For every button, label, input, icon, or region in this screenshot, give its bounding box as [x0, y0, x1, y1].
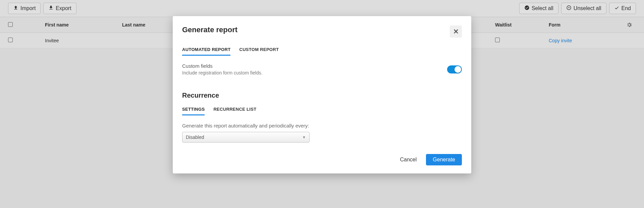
- report-type-tabs: AUTOMATED REPORT CUSTOM REPORT: [182, 47, 462, 56]
- modal-overlay: Generate report ✕ AUTOMATED REPORT CUSTO…: [0, 0, 644, 208]
- modal-header: Generate report ✕: [182, 25, 462, 38]
- cancel-button[interactable]: Cancel: [400, 157, 417, 163]
- close-icon: ✕: [453, 28, 459, 36]
- chevron-down-icon: ▼: [302, 135, 306, 139]
- custom-fields-desc: Include registration form custom fields.: [182, 70, 263, 75]
- custom-fields-title: Custom fields: [182, 63, 263, 69]
- tab-automated-report[interactable]: AUTOMATED REPORT: [182, 47, 230, 56]
- tab-recurrence-list[interactable]: RECURRENCE LIST: [213, 107, 256, 115]
- recurrence-tabs: SETTINGS RECURRENCE LIST: [182, 107, 462, 115]
- toggle-knob: [454, 66, 461, 73]
- tab-custom-report[interactable]: CUSTOM REPORT: [239, 47, 279, 56]
- generate-button[interactable]: Generate: [426, 154, 462, 165]
- custom-fields-row: Custom fields Include registration form …: [182, 63, 462, 75]
- recurrence-label: Generate this report automatically and p…: [182, 123, 462, 128]
- tab-settings[interactable]: SETTINGS: [182, 107, 205, 115]
- recurrence-select-value: Disabled: [186, 135, 204, 140]
- custom-fields-toggle[interactable]: [447, 65, 462, 73]
- recurrence-select[interactable]: Disabled ▼: [182, 132, 310, 143]
- custom-fields-text: Custom fields Include registration form …: [182, 63, 263, 75]
- modal-footer: Cancel Generate: [182, 154, 462, 165]
- modal-title: Generate report: [182, 25, 237, 34]
- generate-report-modal: Generate report ✕ AUTOMATED REPORT CUSTO…: [173, 16, 471, 173]
- close-button[interactable]: ✕: [450, 25, 462, 38]
- recurrence-title: Recurrence: [182, 92, 462, 99]
